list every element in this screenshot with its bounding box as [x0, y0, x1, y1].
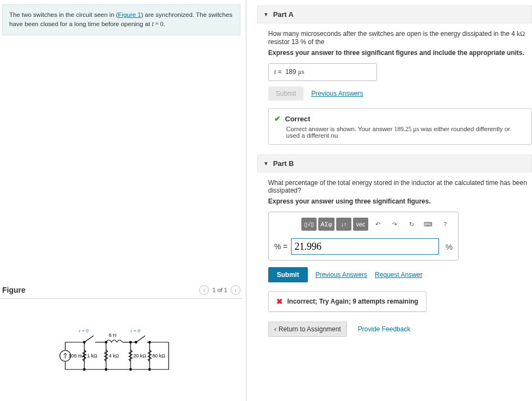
part-b-body: What percentage of the total energy stor… — [257, 179, 532, 347]
figure-prev-button[interactable]: ‹ — [199, 285, 209, 295]
toolbar-keyboard-button[interactable]: ⌨ — [420, 218, 436, 231]
part-b-feedback-text: Incorrect; Try Again; 9 attempts remaini… — [287, 298, 418, 305]
problem-text-prefix: The two switches in the circuit seen in … — [9, 11, 118, 18]
part-b-previous-answers-link[interactable]: Previous Answers — [316, 271, 367, 279]
part-a-feedback-title: Correct — [285, 115, 310, 123]
part-b-unit: % — [446, 242, 453, 251]
problem-statement: The two switches in the circuit seen in … — [2, 4, 240, 35]
toolbar-reset-button[interactable]: ↻ — [404, 218, 419, 231]
caret-down-icon: ▼ — [263, 11, 269, 17]
svg-point-5 — [129, 368, 132, 371]
part-a-previous-answers-link[interactable]: Previous Answers — [311, 90, 363, 97]
svg-point-4 — [105, 368, 107, 371]
toolbar-undo-button[interactable]: ↶ — [370, 218, 385, 231]
inductor-label: 6 H — [109, 332, 116, 338]
part-b-question: What percentage of the total energy stor… — [268, 179, 532, 194]
toolbar-greek-button[interactable]: ΑΣφ — [318, 218, 335, 231]
svg-point-1 — [135, 341, 137, 343]
r1-label: 1 kΩ — [87, 353, 97, 359]
r4-label: 80 kΩ — [152, 353, 165, 359]
part-b-label: Part B — [273, 159, 294, 168]
figure-title: Figure — [2, 286, 26, 294]
part-a-question: How many microseconds after the switches… — [268, 30, 532, 46]
toolbar-redo-button[interactable]: ↷ — [387, 218, 402, 231]
figure-header: Figure ‹ 1 of 1 › — [0, 282, 243, 299]
toolbar-vec-button[interactable]: vec — [353, 218, 368, 231]
switch-label-right: t = 0 — [131, 328, 140, 334]
svg-point-3 — [83, 368, 85, 371]
toolbar-templates-button[interactable]: ▯√▯ — [301, 218, 317, 231]
chevron-left-icon: ‹ — [274, 325, 276, 333]
figure-section: Figure ‹ 1 of 1 › — [0, 282, 246, 401]
part-b-submit-button[interactable]: Submit — [268, 267, 308, 282]
part-b-lhs: % = — [274, 242, 288, 251]
circuit-diagram: t = 0 t = 0 6 H 105 mA 1 kΩ 4 kΩ 20 kΩ 8… — [54, 326, 243, 379]
switch-label-left: t = 0 — [79, 328, 89, 334]
caret-down-icon: ▼ — [263, 161, 269, 166]
cross-icon: ✖ — [276, 297, 283, 306]
r3-label: 20 kΩ — [133, 353, 146, 359]
part-b-instruction: Express your answer using three signific… — [268, 198, 532, 205]
svg-point-6 — [149, 368, 151, 371]
figure-page-label: 1 of 1 — [212, 287, 227, 293]
toolbar-subsup-button[interactable]: ↓↑ — [336, 218, 351, 231]
svg-point-8 — [129, 341, 132, 343]
part-b-answer-input[interactable] — [291, 238, 439, 255]
source-label: 105 mA — [69, 353, 85, 359]
part-b-input-panel: ▯√▯ ΑΣφ ↓↑ vec ↶ ↷ ↻ ⌨ ? % = % — [268, 212, 459, 261]
part-b-request-answer-link[interactable]: Request Answer — [375, 271, 422, 279]
part-b-feedback: ✖ Incorrect; Try Again; 9 attempts remai… — [268, 291, 426, 312]
part-a-instruction: Express your answer to three significant… — [268, 49, 532, 57]
part-a-body: How many microseconds after the switches… — [257, 30, 532, 155]
svg-point-9 — [149, 341, 151, 343]
toolbar-help-button[interactable]: ? — [437, 218, 453, 231]
figure-link[interactable]: Figure 1 — [118, 11, 141, 18]
svg-point-7 — [105, 341, 107, 343]
part-a-answer-field[interactable]: t = 189 µs — [268, 63, 377, 81]
figure-next-button[interactable]: › — [231, 285, 240, 295]
figure-pagination: ‹ 1 of 1 › — [199, 285, 240, 295]
left-pane: The two switches in the circuit seen in … — [0, 0, 246, 401]
right-pane: ▼ Part A How many microseconds after the… — [246, 0, 532, 401]
part-a-label: Part A — [273, 10, 294, 18]
check-icon: ✔ — [274, 114, 281, 123]
part-a-header[interactable]: ▼ Part A — [257, 5, 532, 23]
r2-label: 4 kΩ — [109, 353, 119, 359]
part-b-header[interactable]: ▼ Part B — [257, 155, 532, 172]
problem-t-expr: t = 0. — [152, 21, 165, 27]
part-a-feedback: ✔ Correct Correct answer is shown. Your … — [268, 108, 532, 145]
part-a-submit-button: Submit — [268, 87, 304, 101]
equation-toolbar: ▯√▯ ΑΣφ ↓↑ vec ↶ ↷ ↻ ⌨ ? — [301, 218, 453, 231]
return-to-assignment-button[interactable]: ‹ Return to Assignment — [268, 322, 347, 337]
provide-feedback-link[interactable]: Provide Feedback — [358, 325, 411, 333]
